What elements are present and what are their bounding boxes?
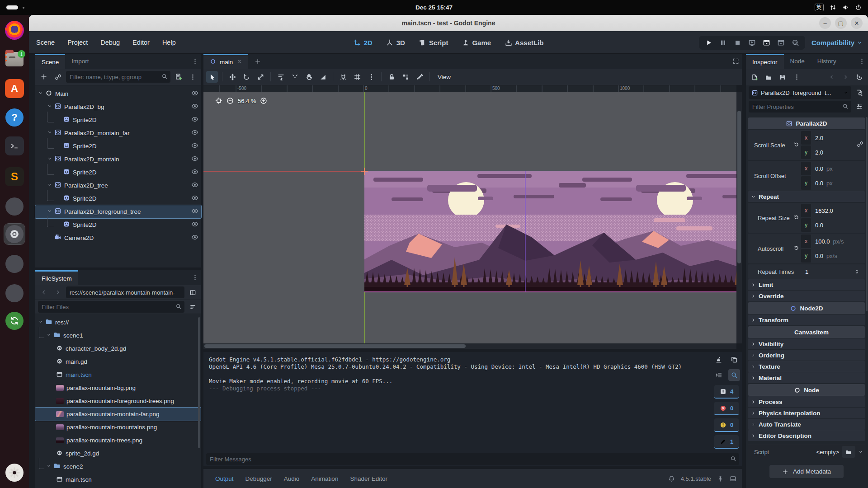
viewport-canvas[interactable]: 56.4 %	[203, 92, 736, 343]
search-output-icon[interactable]	[728, 369, 740, 381]
new-resource-button[interactable]	[749, 71, 760, 83]
filesystem-scrollbar[interactable]	[198, 317, 200, 448]
copy-output-icon[interactable]	[728, 354, 740, 366]
workspace-assetlib[interactable]: AssetLib	[505, 39, 543, 47]
add-node-button[interactable]	[38, 71, 50, 83]
attach-script-button[interactable]	[173, 71, 184, 83]
open-docs-icon[interactable]	[854, 87, 865, 99]
inspector-scrollbar[interactable]	[866, 117, 868, 311]
file-row[interactable]: sprite_2d.gd	[35, 447, 201, 460]
play-scene-button[interactable]	[763, 39, 770, 47]
bottom-tab-output[interactable]: Output	[215, 475, 234, 482]
inspector-section[interactable]: Editor Description	[748, 430, 865, 441]
tab-import[interactable]: Import	[65, 54, 95, 69]
volume-icon[interactable]	[842, 4, 849, 11]
scene-node-row[interactable]: Sprite2D	[35, 218, 201, 231]
dock-app-1-icon[interactable]	[4, 196, 25, 217]
inspector-section[interactable]: Limit	[748, 279, 865, 290]
bottom-tab-animation[interactable]: Animation	[311, 475, 338, 482]
link-values-icon[interactable]	[857, 141, 863, 150]
file-row[interactable]: parallax-mountain-montain-far.png	[35, 408, 201, 421]
horizontal-scrollbar[interactable]	[203, 343, 736, 349]
inspector-section[interactable]: Physics Interpolation	[748, 408, 865, 418]
inspector-section[interactable]: Repeat	[748, 191, 865, 202]
dock-settings-icon[interactable]	[4, 224, 25, 244]
inspector-tab-history[interactable]: History	[811, 54, 843, 69]
menu-debug[interactable]: Debug	[100, 39, 120, 46]
revert-icon[interactable]	[793, 245, 799, 252]
nav-forward-button[interactable]	[52, 286, 64, 298]
system-tray[interactable]: 英	[815, 0, 862, 15]
vertical-scrollbar[interactable]	[736, 92, 742, 343]
file-row[interactable]: parallax-mountain-bg.png	[35, 381, 201, 394]
close-button[interactable]: ✕	[851, 17, 863, 29]
minimize-button[interactable]: –	[819, 17, 831, 29]
scene-tab-main[interactable]: main	[203, 54, 248, 69]
tool-list-select-button[interactable]	[275, 71, 287, 83]
visibility-eye-icon[interactable]	[191, 234, 198, 242]
scene-node-row[interactable]: Parallax2D_montain	[35, 153, 201, 166]
dock-help-icon[interactable]: ?	[4, 107, 25, 128]
resource-menu-icon[interactable]	[791, 71, 802, 83]
inspector-section[interactable]: Process	[748, 396, 865, 407]
close-tab-icon[interactable]	[236, 59, 242, 66]
dock-show-apps-icon[interactable]	[4, 462, 25, 483]
play-custom-button[interactable]	[777, 39, 785, 47]
zoom-out-icon[interactable]	[226, 97, 234, 104]
visibility-eye-icon[interactable]	[191, 89, 198, 98]
tool-rotate-button[interactable]	[241, 71, 252, 83]
property-tools-icon[interactable]	[854, 101, 865, 113]
scene-node-row[interactable]: Sprite2D	[35, 113, 201, 127]
inspector-section[interactable]: Material	[748, 372, 865, 383]
dock-app-center-icon[interactable]: A	[4, 78, 25, 99]
file-row[interactable]: scene2	[35, 460, 201, 473]
inspector-section[interactable]: Visibility	[748, 338, 865, 349]
visibility-eye-icon[interactable]	[191, 142, 198, 150]
scene-node-row[interactable]: Main	[35, 87, 201, 100]
panel-menu-icon[interactable]	[859, 54, 868, 69]
scene-tree-menu-icon[interactable]	[187, 71, 198, 83]
save-resource-button[interactable]	[777, 71, 788, 83]
panel-menu-icon[interactable]	[192, 270, 201, 285]
tool-select-button[interactable]	[206, 71, 218, 83]
new-scene-tab-button[interactable]	[248, 54, 267, 69]
node-selector-dropdown[interactable]: Parallax2D_foreground_t...	[749, 86, 851, 99]
spinner-icon[interactable]	[854, 269, 862, 275]
view-menu-button[interactable]: View	[438, 74, 451, 80]
panel-layout-icon[interactable]	[730, 475, 736, 482]
file-row[interactable]: main.tscn	[35, 368, 201, 381]
play-remote-button[interactable]	[748, 39, 756, 47]
file-sort-icon[interactable]	[187, 301, 198, 313]
tool-lock-button[interactable]	[386, 71, 397, 83]
clear-output-icon[interactable]	[713, 354, 725, 366]
visibility-eye-icon[interactable]	[191, 155, 198, 164]
visibility-eye-icon[interactable]	[191, 116, 198, 124]
history-back-button[interactable]	[826, 71, 837, 83]
notifications-bell-icon[interactable]	[668, 475, 675, 482]
file-row[interactable]: res://	[35, 316, 201, 329]
inspector-section[interactable]: Auto Translate	[748, 419, 865, 430]
maximize-button[interactable]: ▢	[835, 17, 847, 29]
play-button[interactable]	[705, 39, 712, 47]
menu-project[interactable]: Project	[67, 39, 88, 46]
badge-pencil[interactable]: 1	[714, 435, 739, 449]
bottom-tab-debugger[interactable]: Debugger	[245, 475, 272, 482]
pin-icon[interactable]	[717, 475, 724, 482]
input-language-indicator[interactable]: 英	[815, 4, 824, 11]
file-row[interactable]: parallax-mountain-trees.png	[35, 434, 201, 447]
scene-filter-input[interactable]	[66, 71, 170, 83]
inspector-tab-node[interactable]: Node	[784, 54, 811, 69]
badge-error-circle[interactable]: 0	[714, 402, 739, 415]
center-view-icon[interactable]	[215, 97, 222, 104]
scene-node-row[interactable]: Camera2D	[35, 231, 201, 244]
nav-back-button[interactable]	[38, 286, 50, 298]
clock[interactable]: Dec 25 15:47	[0, 0, 868, 15]
load-script-icon[interactable]	[842, 446, 855, 458]
tool-move-button[interactable]	[226, 71, 238, 83]
tool-grid-button[interactable]	[351, 71, 363, 83]
file-row[interactable]: scene1	[35, 329, 201, 342]
menu-scene[interactable]: Scene	[36, 39, 55, 46]
inspector-section[interactable]: Texture	[748, 361, 865, 372]
zoom-percentage[interactable]: 56.4 %	[238, 98, 256, 104]
toggle-split-mode-icon[interactable]	[187, 286, 198, 298]
